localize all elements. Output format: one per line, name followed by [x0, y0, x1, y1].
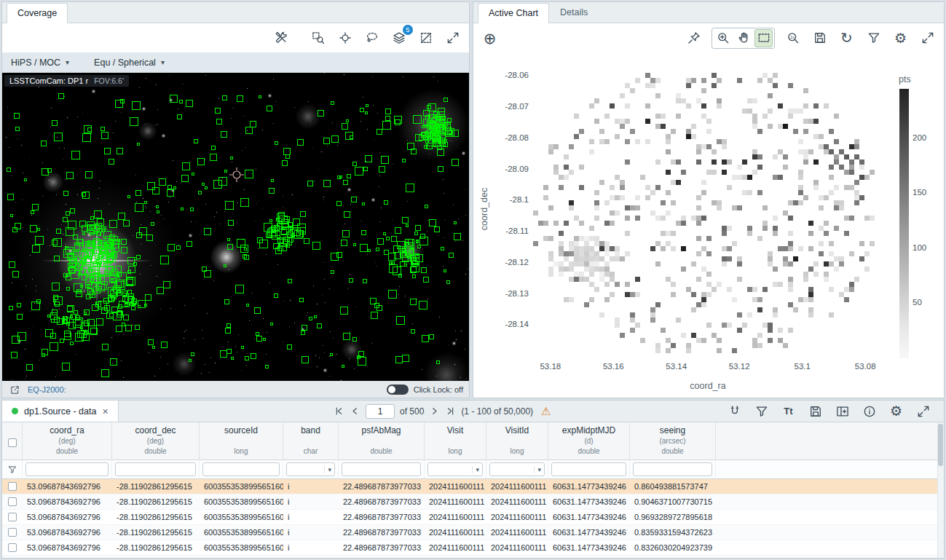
source-marker[interactable] [68, 221, 76, 229]
source-marker[interactable] [135, 190, 141, 196]
source-marker[interactable] [452, 159, 459, 166]
source-marker[interactable] [228, 220, 234, 226]
source-marker[interactable] [10, 214, 13, 217]
source-marker[interactable] [221, 131, 227, 138]
source-marker[interactable] [301, 331, 305, 335]
last-page-icon[interactable] [445, 406, 456, 417]
source-marker[interactable] [291, 233, 295, 237]
source-marker[interactable] [110, 358, 117, 366]
source-marker[interactable] [243, 254, 247, 259]
cell-expMidptMJD[interactable]: 60631.14773439246 [548, 494, 630, 510]
source-marker[interactable] [99, 252, 104, 257]
column-header-VisitId[interactable]: VisitId long [486, 422, 548, 460]
source-marker[interactable] [363, 279, 367, 283]
source-marker[interactable] [413, 115, 422, 124]
source-marker[interactable] [365, 155, 372, 162]
source-marker[interactable] [101, 369, 109, 377]
source-marker[interactable] [90, 328, 98, 335]
settings-gear-icon[interactable]: ⚙ [887, 402, 905, 420]
column-header-coord_ra[interactable]: coord_ra(deg)double [23, 422, 112, 460]
source-marker[interactable] [136, 255, 141, 259]
box-select-icon[interactable] [754, 29, 773, 47]
source-marker[interactable] [269, 188, 275, 194]
filter-input-sourceId[interactable] [202, 462, 280, 476]
source-marker[interactable] [237, 239, 245, 248]
source-marker[interactable] [342, 123, 348, 130]
source-marker[interactable] [224, 170, 227, 173]
cell-coord_ra[interactable]: 53.09687843692796 [23, 510, 112, 525]
source-marker[interactable] [427, 105, 431, 109]
source-marker[interactable] [74, 242, 83, 251]
source-marker[interactable] [227, 244, 233, 250]
source-marker[interactable] [371, 312, 378, 319]
source-marker[interactable] [176, 245, 181, 250]
source-marker[interactable] [274, 293, 278, 298]
source-marker[interactable] [410, 299, 417, 305]
source-marker[interactable] [127, 195, 130, 198]
chevron-down-icon[interactable]: ▾ [324, 466, 334, 473]
source-marker[interactable] [157, 210, 159, 213]
source-marker[interactable] [198, 191, 202, 194]
cell-coord_ra[interactable]: 53.09687843692796 [23, 525, 112, 540]
row-checkbox[interactable] [8, 482, 17, 491]
source-marker[interactable] [235, 285, 244, 293]
column-header-band[interactable]: band char [283, 422, 339, 460]
source-marker[interactable] [145, 294, 151, 301]
source-marker[interactable] [250, 121, 256, 127]
source-marker[interactable] [79, 221, 86, 227]
cell-psfAbMag[interactable]: 22.489687873977033 [339, 479, 425, 494]
source-marker[interactable] [100, 127, 105, 131]
zoom-original-icon[interactable]: 1x [784, 29, 802, 47]
source-marker[interactable] [237, 95, 243, 102]
source-marker[interactable] [127, 257, 135, 264]
source-marker[interactable] [97, 257, 100, 260]
source-marker[interactable] [402, 355, 409, 362]
source-marker[interactable] [267, 106, 272, 111]
source-marker[interactable] [202, 267, 207, 272]
source-marker[interactable] [422, 335, 429, 342]
cell-coord_ra[interactable]: 53.09687843692796 [23, 540, 112, 556]
source-marker[interactable] [277, 221, 283, 227]
filter-input-psfAbMag[interactable] [342, 462, 421, 476]
cell-VisitId[interactable]: 2024111600111 [486, 510, 548, 525]
cell-coord_dec[interactable]: -28.11902861295615 [112, 494, 200, 510]
source-marker[interactable] [427, 134, 430, 137]
source-marker[interactable] [17, 303, 21, 307]
source-marker[interactable] [102, 344, 109, 350]
source-marker[interactable] [82, 133, 91, 142]
source-marker[interactable] [181, 208, 184, 210]
source-marker[interactable] [151, 222, 154, 226]
source-marker[interactable] [385, 116, 390, 121]
source-marker[interactable] [72, 262, 76, 267]
source-marker[interactable] [7, 167, 11, 172]
source-marker[interactable] [84, 320, 90, 326]
source-marker[interactable] [360, 108, 364, 112]
source-marker[interactable] [271, 179, 274, 182]
source-marker[interactable] [80, 260, 83, 263]
source-marker[interactable] [56, 229, 61, 234]
source-marker[interactable] [122, 296, 129, 302]
source-marker[interactable] [74, 258, 77, 261]
tab-details[interactable]: Details [549, 2, 599, 23]
chevron-down-icon[interactable]: ▾ [472, 466, 482, 473]
source-marker[interactable] [392, 261, 395, 264]
source-marker[interactable] [400, 261, 405, 267]
cell-sourceId[interactable]: 600355353899565160 [200, 556, 283, 558]
cell-coord_dec[interactable]: -28.11902861295615 [112, 540, 200, 556]
source-marker[interactable] [317, 323, 322, 328]
source-marker[interactable] [191, 352, 194, 356]
source-marker[interactable] [17, 314, 23, 320]
source-marker[interactable] [440, 117, 443, 119]
source-marker[interactable] [101, 132, 109, 139]
source-marker[interactable] [179, 100, 183, 103]
source-marker[interactable] [130, 117, 138, 126]
source-marker[interactable] [54, 296, 63, 305]
source-marker[interactable] [244, 248, 247, 251]
source-marker[interactable] [337, 176, 341, 179]
info-icon[interactable] [860, 402, 878, 420]
source-marker[interactable] [350, 135, 353, 139]
cell-Visit[interactable]: 2024111600111 [425, 479, 486, 494]
source-marker[interactable] [15, 223, 21, 229]
source-marker[interactable] [277, 245, 283, 251]
source-marker[interactable] [60, 339, 64, 343]
